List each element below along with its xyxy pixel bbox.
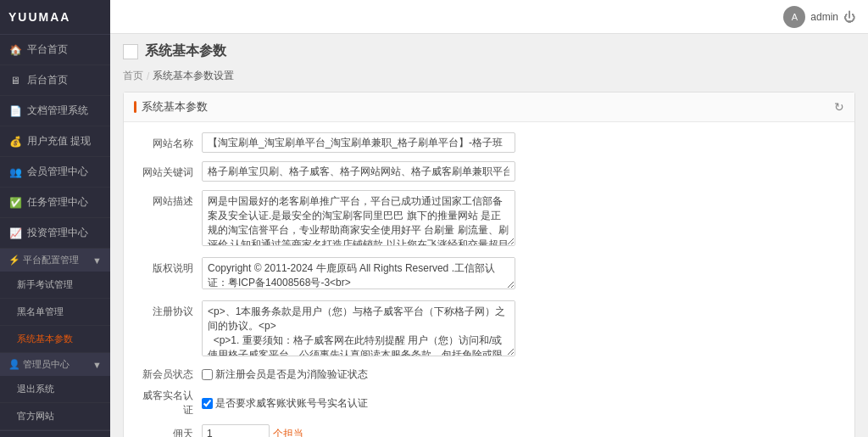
page-title-bar: 系统基本参数 [123,42,855,60]
avatar: A [783,6,805,28]
real-name-auth-label: 威客实名认证 [134,389,202,417]
site-name-row: 网站名称 [134,132,844,153]
sidebar-sub-item-system-params[interactable]: 系统基本参数 [0,326,110,353]
site-name-control [202,132,515,153]
sidebar-item-invest-mgmt[interactable]: 📈 投资管理中心 [0,218,110,249]
sidebar-sub-item-official-site[interactable]: 官方网站 [0,403,110,430]
breadcrumb-home[interactable]: 首页 [123,69,143,83]
real-name-auth-checkbox[interactable] [202,398,213,409]
new-member-status-text: 新注册会员是否是为消险验证状态 [215,367,368,382]
site-desc-textarea[interactable]: 网是中国最好的老客刷单推广平台，平台已成功通过国家工信部备案及安全认证.是最安全… [202,190,515,246]
sidebar-sub-item-label: 系统基本参数 [17,333,73,345]
chart-icon: 📈 [8,227,22,240]
sidebar-item-backend-home[interactable]: 🖥 后台首页 [0,65,110,96]
section-label: 👤 管理员中心 [8,358,70,371]
topbar-user: A admin ⏻ [783,6,855,28]
tian-unit-link[interactable]: 个担当 [273,427,303,438]
site-name-input[interactable] [202,132,515,153]
sidebar-item-label: 文档管理系统 [27,104,88,118]
breadcrumb-sep: / [147,70,149,82]
tian-input[interactable] [202,424,270,437]
new-member-status-row: 新会员状态 新注册会员是否是为消险验证状态 [134,367,844,382]
sidebar-sub-item-newcomer-exam[interactable]: 新手考试管理 [0,272,110,299]
sidebar-item-label: 投资管理中心 [27,226,88,240]
sidebar-item-member-mgmt[interactable]: 👥 会员管理中心 [0,157,110,188]
real-name-auth-checkbox-item: 是否要求威客账状账号号实名认证 [202,396,368,411]
sidebar-sub-item-label: 官方网站 [17,410,54,423]
sidebar-sub-item-label: 退出系统 [17,383,54,395]
page-title-icon [123,44,138,59]
breadcrumb: 首页 / 系统基本参数设置 [123,69,855,83]
sidebar-item-label: 任务管理中心 [27,195,88,210]
site-keywords-input[interactable] [202,161,515,182]
monitor-icon: 🖥 [8,74,22,87]
sidebar-sub-item-logout[interactable]: 退出系统 [0,376,110,403]
sidebar-item-doc-mgmt[interactable]: 📄 文档管理系统 [0,96,110,126]
site-keywords-label: 网站关键词 [134,161,202,180]
site-keywords-control [202,161,515,182]
copyright-control: Copyright © 2011-2024 牛鹿原码 All Rights Re… [202,257,515,292]
tian-label: 佣天 [134,427,202,438]
copyright-label: 版权说明 [134,257,202,276]
new-member-status-checkbox-item: 新注册会员是否是为消险验证状态 [202,367,368,382]
topbar: A admin ⏻ [110,0,868,34]
home-icon: 🏠 [8,43,22,57]
main-content: A admin ⏻ 系统基本参数 首页 / 系统基本参数设置 系统基本参数 ↻ [110,0,868,437]
sidebar-sub-item-label: 黑名单管理 [17,305,64,318]
register-agreement-control: <p>、1本服务条款是用户（您）与格子威客平台（下称格子网）之间的协议。<p> … [202,300,515,359]
card-body: 网站名称 网站关键词 网站描述 网是中国最好的老客刷单推广平台 [124,122,854,437]
site-desc-label: 网站描述 [134,190,202,209]
users-icon: 👥 [8,165,22,179]
site-keywords-row: 网站关键词 [134,161,844,182]
refresh-icon[interactable]: ↻ [834,100,844,114]
sidebar-sub-item-label: 新手考试管理 [17,278,73,291]
sidebar-footer: YUUMAA 中惠远见诚信服务 [0,430,110,437]
breadcrumb-current: 系统基本参数设置 [153,69,234,83]
topbar-username: admin [810,11,838,23]
sidebar: YUUMAA 🏠 平台首页 🖥 后台首页 📄 文档管理系统 💰 用户充值 提现 … [0,0,110,437]
logout-icon[interactable]: ⏻ [843,10,855,24]
register-agreement-textarea[interactable]: <p>、1本服务条款是用户（您）与格子威客平台（下称格子网）之间的协议。<p> … [202,300,515,356]
sidebar-item-label: 会员管理中心 [27,165,88,179]
real-name-auth-row: 威客实名认证 是否要求威客账状账号号实名认证 [134,389,844,417]
task-icon: ✅ [8,196,22,210]
new-member-status-checkbox[interactable] [202,369,213,380]
site-desc-control: 网是中国最好的老客刷单推广平台，平台已成功通过国家工信部备案及安全认证.是最安全… [202,190,515,249]
sidebar-section-platform-config[interactable]: ⚡ 平台配置管理 ▼ [0,249,110,272]
page-title: 系统基本参数 [145,42,226,60]
section-label: ⚡ 平台配置管理 [8,254,79,266]
doc-icon: 📄 [8,104,22,118]
sidebar-sub-item-blacklist[interactable]: 黑名单管理 [0,299,110,326]
register-agreement-label: 注册协议 [134,300,202,319]
site-name-label: 网站名称 [134,132,202,151]
site-desc-row: 网站描述 网是中国最好的老客刷单推广平台，平台已成功通过国家工信部备案及安全认证… [134,190,844,249]
sidebar-item-label: 平台首页 [27,42,68,57]
sidebar-logo: YUUMAA [0,0,110,35]
sidebar-item-label: 用户充值 提现 [27,134,91,148]
sidebar-item-label: 后台首页 [27,73,68,87]
register-agreement-row: 注册协议 <p>、1本服务条款是用户（您）与格子威客平台（下称格子网）之间的协议… [134,300,844,359]
new-member-status-label: 新会员状态 [134,367,202,382]
tian-row: 佣天 个担当 [134,424,844,437]
chevron-icon: ▼ [92,255,102,266]
sidebar-section-admin[interactable]: 👤 管理员中心 ▼ [0,353,110,376]
card-header: 系统基本参数 ↻ [124,92,854,122]
copyright-textarea[interactable]: Copyright © 2011-2024 牛鹿原码 All Rights Re… [202,257,515,289]
card-title: 系统基本参数 [134,99,208,115]
money-icon: 💰 [8,135,22,148]
sidebar-item-user-charge[interactable]: 💰 用户充值 提现 [0,126,110,157]
real-name-auth-text: 是否要求威客账状账号号实名认证 [215,396,368,411]
sidebar-item-platform-home[interactable]: 🏠 平台首页 [0,35,110,65]
page-area: 系统基本参数 首页 / 系统基本参数设置 系统基本参数 ↻ 网站名称 [110,34,868,437]
chevron-icon: ▼ [92,360,102,370]
system-params-card: 系统基本参数 ↻ 网站名称 网站关键词 [123,92,855,437]
sidebar-item-task-mgmt[interactable]: ✅ 任务管理中心 [0,188,110,218]
copyright-row: 版权说明 Copyright © 2011-2024 牛鹿原码 All Righ… [134,257,844,292]
